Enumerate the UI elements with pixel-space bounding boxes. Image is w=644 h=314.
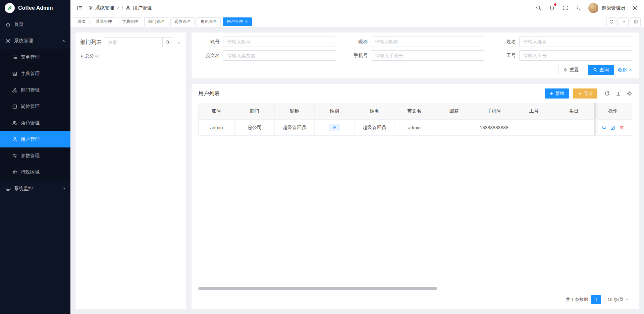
collapse-filter-link[interactable]: 收起	[618, 67, 632, 73]
column-settings-gear-icon[interactable]	[626, 90, 632, 97]
row-view-button[interactable]	[602, 125, 607, 130]
tab-user-management[interactable]: 用户管理	[223, 17, 252, 26]
english-name-label: 英文名	[198, 53, 223, 59]
caret-right-icon[interactable]	[81, 55, 83, 58]
reset-button[interactable]: 重置	[558, 65, 584, 75]
translate-icon[interactable]: 文A	[575, 4, 582, 12]
sidebar-item-menu-management[interactable]: 菜单管理	[0, 49, 70, 65]
pagination: 共 1 条数据 1 10 条/页	[198, 292, 632, 306]
work-no-input[interactable]	[519, 50, 632, 61]
tree-node-head-office[interactable]: 总公司	[80, 51, 181, 61]
user-table: 账号 部门 昵称 性别 姓名 英文名 邮箱 手机号 工号 生日 操作	[198, 103, 632, 136]
column-header-nickname[interactable]: 昵称	[275, 103, 315, 120]
search-icon[interactable]	[535, 4, 542, 12]
tab-dept-management[interactable]: 部门管理	[144, 17, 168, 26]
current-user-name[interactable]: 超级管理员	[602, 5, 625, 11]
tab-home[interactable]: 首页	[74, 17, 90, 26]
chevron-up-icon	[62, 39, 66, 43]
notification-bell-icon[interactable]	[548, 4, 555, 12]
monitor-icon	[5, 186, 11, 191]
row-edit-button[interactable]	[610, 125, 615, 130]
column-header-work-no[interactable]: 工号	[514, 103, 554, 120]
search-icon	[593, 68, 597, 72]
breadcrumb-item-user[interactable]: 用户管理	[125, 5, 152, 11]
export-button[interactable]: 导出	[573, 88, 597, 99]
add-button-label: 新增	[555, 90, 564, 97]
name-input[interactable]	[519, 37, 632, 47]
cell-name: 超级管理员	[355, 120, 394, 136]
more-vertical-icon[interactable]	[176, 40, 181, 45]
sidebar-submenu-system: 菜单管理 字典管理 部门管理	[0, 49, 70, 180]
breadcrumb-item-system[interactable]: 系统管理	[88, 5, 119, 11]
sidebar-item-role-management[interactable]: 角色管理	[0, 115, 70, 131]
department-search-input[interactable]	[105, 37, 162, 47]
fullscreen-icon[interactable]	[561, 4, 569, 12]
user-icon	[12, 137, 17, 142]
chevron-down-icon	[116, 6, 119, 10]
column-header-name[interactable]: 姓名	[355, 103, 394, 120]
horizontal-scrollbar[interactable]	[198, 287, 437, 290]
tab-menu-management[interactable]: 菜单管理	[92, 17, 116, 26]
menu-list-icon	[12, 55, 17, 60]
column-header-email[interactable]: 邮箱	[434, 103, 474, 120]
svg-text:A: A	[579, 8, 581, 11]
sidebar-group-system-management[interactable]: 系统管理	[0, 33, 70, 49]
content-fullscreen-icon[interactable]	[631, 17, 641, 26]
column-header-english-name[interactable]: 英文名	[394, 103, 434, 120]
row-delete-button[interactable]	[619, 125, 624, 130]
page-number-button[interactable]: 1	[591, 295, 601, 304]
sidebar-item-label: 用户管理	[21, 136, 40, 142]
sidebar-item-label: 参数管理	[21, 153, 40, 159]
trash-icon	[563, 68, 568, 72]
column-header-phone[interactable]: 手机号	[474, 103, 514, 120]
account-input[interactable]	[223, 37, 336, 47]
work-no-field: 工号	[494, 50, 632, 61]
row-height-icon[interactable]	[615, 90, 621, 97]
sidebar-item-param-management[interactable]: 参数管理	[0, 147, 70, 164]
department-search-button[interactable]	[162, 37, 173, 47]
tab-label: 岗位管理	[174, 19, 191, 24]
sidebar-item-region-management[interactable]: 行政区域	[0, 164, 70, 180]
refresh-icon[interactable]	[604, 90, 610, 97]
tab-post-management[interactable]: 岗位管理	[170, 17, 195, 26]
breadcrumb: 系统管理 / 用户管理	[88, 5, 152, 11]
app-logo[interactable]: Coffee Admin	[0, 0, 70, 16]
tab-close-icon[interactable]	[245, 20, 248, 23]
sidebar-item-post-management[interactable]: 岗位管理	[0, 98, 70, 115]
breadcrumb-label: 系统管理	[95, 5, 114, 11]
query-button[interactable]: 查询	[588, 65, 614, 75]
sidebar-item-home[interactable]: 首页	[0, 16, 70, 33]
user-icon	[125, 5, 131, 11]
table-row[interactable]: admin 总公司 超级管理员 男 超级管理员 admin 1888888888…	[199, 120, 632, 136]
header-actions: 文A 超级管理员	[535, 3, 639, 13]
sidebar-item-user-management[interactable]: 用户管理	[0, 131, 70, 147]
tab-role-management[interactable]: 角色管理	[197, 17, 221, 26]
page-size-select[interactable]: 10 条/页	[604, 295, 632, 304]
phone-input[interactable]	[371, 50, 484, 61]
english-name-input[interactable]	[223, 50, 336, 61]
settings-gear-icon[interactable]	[631, 4, 639, 12]
department-panel-header: 部门列表	[80, 37, 181, 47]
sidebar-item-dict-management[interactable]: 字典管理	[0, 65, 70, 82]
avatar[interactable]	[588, 3, 598, 13]
sidebar-collapse-icon[interactable]	[76, 4, 83, 12]
coffee-logo-icon	[5, 3, 15, 13]
pagination-total: 共 1 条数据	[566, 297, 588, 303]
column-header-account[interactable]: 账号	[199, 103, 235, 120]
column-header-department[interactable]: 部门	[235, 103, 275, 120]
tab-refresh-icon[interactable]	[606, 17, 616, 26]
tab-dropdown-chevron-icon[interactable]	[619, 17, 629, 26]
app-root: Coffee Admin 首页 系统管理	[0, 0, 644, 314]
sidebar-item-dept-management[interactable]: 部门管理	[0, 82, 70, 98]
plus-icon	[549, 91, 553, 96]
name-label: 姓名	[494, 39, 519, 45]
reset-button-label: 重置	[570, 67, 579, 73]
account-field: 账号	[198, 37, 336, 47]
cell-work-no	[514, 120, 554, 136]
add-user-button[interactable]: 新增	[545, 88, 569, 99]
tab-dict-management[interactable]: 字典管理	[118, 17, 142, 26]
nickname-input[interactable]	[371, 37, 484, 47]
sidebar-group-system-monitor[interactable]: 系统监控	[0, 180, 70, 197]
column-header-gender[interactable]: 性别	[315, 103, 355, 120]
column-header-birthday[interactable]: 生日	[554, 103, 594, 120]
